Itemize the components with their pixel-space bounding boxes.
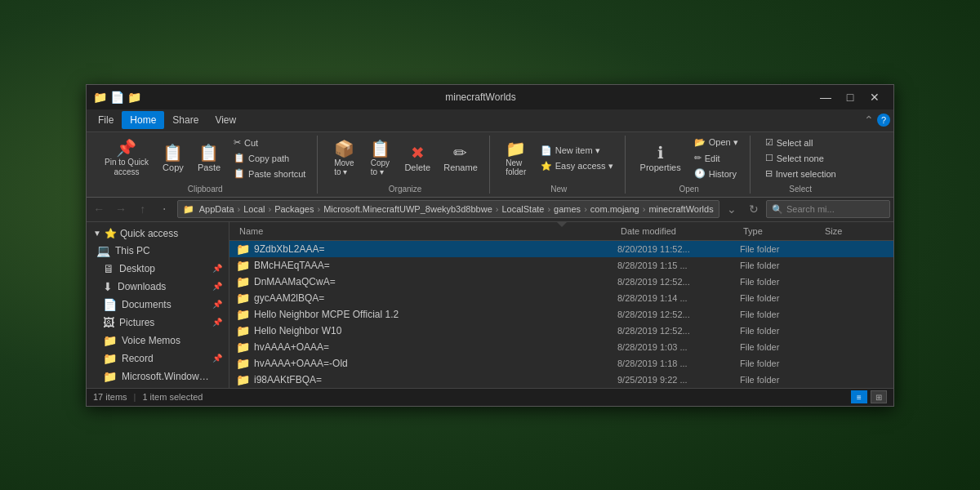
back-button[interactable]: ← (90, 199, 109, 219)
status-bar: 17 items | 1 item selected ≡ ⊞ (87, 388, 893, 406)
recent-locations-button[interactable]: ⋅ (155, 199, 174, 219)
file-row-3[interactable]: 📁 gycAAM2lBQA= 8/28/2019 1:14 ... File f… (229, 290, 893, 306)
file-row-1[interactable]: 📁 BMcHAEqTAAA= 8/28/2019 1:15 ... File f… (229, 257, 893, 274)
minimize-button[interactable]: — (813, 85, 838, 109)
title-bar-icons: 📁 📄 📁 (93, 91, 141, 104)
file-row-8[interactable]: 📁 i98AAKtFBQA= 9/25/2019 9:22 ... File f… (229, 372, 893, 388)
menu-view[interactable]: View (207, 111, 244, 129)
open-button[interactable]: 📂 Open ▾ (689, 136, 743, 149)
open-icon: 📂 (694, 137, 706, 148)
easy-access-button[interactable]: ⭐ Easy access ▾ (536, 159, 618, 173)
delete-button[interactable]: ✖ Delete (399, 141, 435, 176)
tiles-view-button[interactable]: ⊞ (871, 390, 887, 403)
maximize-button[interactable]: □ (838, 85, 862, 109)
search-box[interactable]: 🔍 Search mi... (766, 200, 890, 218)
organize-label: Organize (389, 181, 422, 194)
file-modified-0: 8/20/2019 11:52... (617, 244, 740, 254)
clipboard-label: Clipboard (188, 181, 223, 194)
menu-file[interactable]: File (90, 111, 122, 129)
col-header-name[interactable]: Name (236, 224, 617, 238)
new-buttons: 📁 Newfolder 📄 New item ▾ ⭐ Easy access ▾ (500, 136, 618, 181)
cut-button[interactable]: ✂ Cut (229, 136, 310, 149)
selection-count: 1 item selected (142, 392, 203, 402)
rename-icon: ✏ (453, 145, 467, 161)
copy-button[interactable]: 📋 Copy (157, 141, 189, 176)
col-header-type[interactable]: Type (740, 224, 822, 238)
file-row-0[interactable]: 📁 9ZdbXbL2AAA= 8/20/2019 11:52... File f… (229, 241, 893, 257)
path-part-6: com.mojang (590, 204, 639, 214)
new-folder-button[interactable]: 📁 Newfolder (500, 137, 532, 180)
forward-button[interactable]: → (112, 199, 131, 219)
voice-memos-label: Voice Memos (122, 335, 180, 346)
paste-button[interactable]: 📋 Paste (193, 141, 225, 176)
close-button[interactable]: ✕ (862, 85, 887, 109)
collapse-ribbon-icon: ⌃ (864, 114, 874, 127)
app-icon-2: 📄 (110, 91, 124, 104)
edit-button[interactable]: ✏ Edit (689, 151, 743, 165)
pin-to-quick-access-button[interactable]: 📌 Pin to Quickaccess (100, 136, 154, 180)
path-sep-0: › (238, 204, 241, 214)
copy-path-button[interactable]: 📋 Copy path (229, 151, 310, 165)
select-all-button[interactable]: ☑ Select all (760, 136, 841, 149)
file-name-5: Hello Neighbor W10 (254, 325, 617, 336)
sidebar-item-documents[interactable]: 📄 Documents 📌 (87, 296, 229, 314)
file-row-5[interactable]: 📁 Hello Neighbor W10 8/28/2019 12:52... … (229, 323, 893, 339)
file-type-8: File folder (740, 375, 822, 385)
properties-button[interactable]: ℹ Properties (635, 141, 686, 176)
new-label: New (550, 181, 567, 194)
delete-icon: ✖ (411, 145, 425, 161)
file-type-1: File folder (740, 261, 822, 270)
address-path[interactable]: 📁 AppData › Local › Packages › Microsoft… (177, 200, 719, 218)
col-header-modified[interactable]: Date modified (617, 224, 740, 238)
file-row-4[interactable]: 📁 Hello Neighbor MCPE Official 1.2 8/28/… (229, 306, 893, 323)
sidebar-item-voice-memos[interactable]: 📁 Voice Memos (87, 332, 229, 350)
organize-buttons: 📦 Moveto ▾ 📋 Copyto ▾ ✖ Delete ✏ Rename (327, 136, 482, 181)
copy-to-button[interactable]: 📋 Copyto ▾ (363, 137, 396, 180)
file-row-6[interactable]: 📁 hvAAAA+OAAA= 8/28/2019 1:03 ... File f… (229, 339, 893, 355)
history-button[interactable]: 🕐 History (689, 167, 743, 180)
folder-icon-2: 📁 (236, 275, 249, 288)
main-content: ▼ ⭐ Quick access 💻 This PC 🖥 Desktop 📌 ⬇… (87, 222, 893, 388)
folder-icon-4: 📁 (236, 308, 249, 321)
select-none-button[interactable]: ☐ Select none (760, 151, 841, 165)
invert-selection-button[interactable]: ⊟ Invert selection (760, 167, 841, 180)
details-view-button[interactable]: ≡ (851, 390, 867, 403)
sidebar-item-record[interactable]: 📁 Record 📌 (87, 350, 229, 368)
record-folder-icon: 📁 (103, 352, 117, 365)
help-button[interactable]: ? (877, 114, 890, 127)
pin-icon: 📌 (116, 140, 136, 156)
sidebar-item-pictures[interactable]: 🖼 Pictures 📌 (87, 314, 229, 332)
sidebar-item-downloads[interactable]: ⬇ Downloads 📌 (87, 278, 229, 296)
move-to-button[interactable]: 📦 Moveto ▾ (327, 137, 360, 180)
history-icon: 🕐 (694, 168, 706, 179)
menu-share[interactable]: Share (164, 111, 207, 129)
new-small-buttons: 📄 New item ▾ ⭐ Easy access ▾ (536, 144, 618, 173)
refresh-button[interactable]: ↻ (744, 199, 763, 219)
copy-to-icon: 📋 (370, 140, 390, 157)
up-button[interactable]: ↑ (133, 199, 152, 219)
desktop-icon: 🖥 (103, 262, 114, 275)
menu-home[interactable]: Home (122, 111, 164, 129)
rename-button[interactable]: ✏ Rename (439, 141, 483, 176)
select-all-icon: ☑ (765, 137, 773, 148)
open-small-buttons: 📂 Open ▾ ✏ Edit 🕐 History (689, 136, 743, 180)
desktop-label: Desktop (119, 263, 155, 274)
file-type-5: File folder (740, 326, 822, 336)
file-row-7[interactable]: 📁 hvAAAA+OAAA=-Old 8/28/2019 1:18 ... Fi… (229, 355, 893, 372)
col-header-size[interactable]: Size (822, 224, 887, 238)
address-dropdown-button[interactable]: ⌄ (723, 199, 742, 219)
sidebar-quick-access-header[interactable]: ▼ ⭐ Quick access (87, 225, 229, 242)
sidebar-item-desktop[interactable]: 🖥 Desktop 📌 (87, 260, 229, 278)
path-part-7: minecraftWorlds (648, 204, 713, 214)
ribbon-group-select: ☑ Select all ☐ Select none ⊟ Invert sele… (754, 136, 848, 194)
file-type-3: File folder (740, 293, 822, 303)
sidebar-item-ms-windowstr[interactable]: 📁 Microsoft.WindowsTr... (87, 368, 229, 385)
ms-icon: 📁 (103, 370, 117, 383)
new-item-button[interactable]: 📄 New item ▾ (536, 144, 618, 158)
sidebar-item-this-pc[interactable]: 💻 This PC (87, 242, 229, 260)
this-pc-label: This PC (115, 245, 150, 256)
file-row-2[interactable]: 📁 DnMAAMaQCwA= 8/28/2019 12:52... File f… (229, 274, 893, 290)
clipboard-buttons: 📌 Pin to Quickaccess 📋 Copy 📋 Paste ✂ Cu… (100, 136, 310, 181)
paste-icon: 📋 (198, 145, 219, 161)
paste-shortcut-button[interactable]: 📋 Paste shortcut (229, 167, 310, 180)
